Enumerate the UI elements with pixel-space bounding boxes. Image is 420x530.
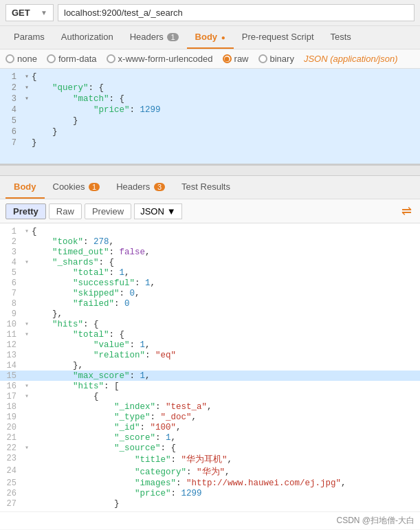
format-select[interactable]: JSON ▼ [134,203,182,219]
format-arrow-icon: ▼ [167,206,176,217]
method-label: GET [12,8,30,18]
url-input[interactable] [58,4,415,21]
tab-body[interactable]: Body ● [187,26,234,49]
radio-none-circle [5,54,14,63]
resp-tab-test-results[interactable]: Test Results [173,176,239,199]
resp-line-27: 27 } [0,498,420,509]
resp-tab-cookies[interactable]: Cookies 1 [45,176,109,199]
tab-tests[interactable]: Tests [322,26,360,49]
preview-button[interactable]: Preview [85,203,131,219]
req-line-7: 7 } [0,137,420,148]
body-options: none form-data x-www-form-urlencoded raw… [0,49,420,69]
response-editor[interactable]: 1 ▾ { 2 "took": 278, 3 "timed_out": fals… [0,223,420,511]
radio-binary[interactable]: binary [258,54,294,64]
wrap-icon[interactable]: ⇌ [398,203,415,219]
resp-line-6: 6 "successful": 1, [0,278,420,288]
radio-raw-circle [223,54,232,63]
request-editor[interactable]: 1 ▾ { 2 ▾ "query": { 3 ▾ "match": { 4 "p… [0,69,420,165]
raw-button[interactable]: Raw [49,203,82,219]
request-tabs: Params Authorization Headers 1 Body ● Pr… [0,26,420,49]
radio-none-label: none [17,54,37,64]
resp-line-7: 7 "skipped": 0, [0,288,420,298]
method-arrow-icon: ▼ [41,9,47,16]
body-dot: ● [221,34,225,41]
method-select[interactable]: GET ▼ [5,4,54,21]
resp-line-21: 21 "_score": 1, [0,432,420,443]
req-line-1: 1 ▾ { [0,71,420,82]
json-format-label[interactable]: JSON (application/json) [304,54,398,64]
resp-line-25: 25 "images": "http://www.hauwei.com/ej.j… [0,478,420,488]
req-line-6: 6 } [0,126,420,137]
resp-line-8: 8 "failed": 0 [0,298,420,309]
req-line-4: 4 "price": 1299 [0,104,420,115]
resp-line-1: 1 ▾ { [0,226,420,236]
resp-line-10: 10 ▾ "hits": { [0,319,420,329]
resp-line-23: 23 "title": "华为耳机", [0,453,420,465]
resp-line-4: 4 ▾ "_shards": { [0,257,420,267]
radio-urlencoded[interactable]: x-www-form-urlencoded [107,54,213,64]
radio-binary-label: binary [270,54,294,64]
cookies-badge: 1 [89,183,100,191]
resp-line-9: 9 }, [0,309,420,319]
resp-line-26: 26 "price": 1299 [0,488,420,498]
resp-line-12: 12 "value": 1, [0,340,420,350]
headers-badge: 1 [167,33,178,41]
radio-urlencoded-label: x-www-form-urlencoded [118,54,213,64]
url-bar: GET ▼ [0,0,420,26]
resp-line-13: 13 "relation": "eq" [0,350,420,360]
radio-raw-label: raw [234,54,249,64]
tab-headers[interactable]: Headers 1 [122,26,187,49]
resp-line-17: 17 ▾ { [0,391,420,401]
resp-tab-body[interactable]: Body [5,176,45,199]
resp-tab-headers[interactable]: Headers 3 [108,176,173,199]
radio-binary-circle [258,54,267,63]
resp-line-20: 20 "_id": "100", [0,422,420,432]
resp-line-19: 19 "_type": "_doc", [0,412,420,422]
resp-toolbar: Pretty Raw Preview JSON ▼ ⇌ [0,199,420,223]
tab-params[interactable]: Params [5,26,53,49]
resp-line-18: 18 "_index": "test_a", [0,401,420,412]
radio-none[interactable]: none [5,54,37,64]
resp-line-3: 3 "timed_out": false, [0,247,420,257]
radio-form-data[interactable]: form-data [47,54,97,64]
resp-line-16: 16 ▾ "hits": [ [0,381,420,391]
resp-line-11: 11 ▾ "total": { [0,329,420,340]
radio-form-data-label: form-data [58,54,97,64]
tab-pre-request[interactable]: Pre-request Script [234,26,322,49]
resp-line-22: 22 ▾ "_source": { [0,443,420,453]
radio-raw[interactable]: raw [223,54,249,64]
req-line-3: 3 ▾ "match": { [0,93,420,104]
req-line-5: 5 } [0,115,420,126]
format-label: JSON [140,206,164,217]
section-divider [0,165,420,176]
radio-urlencoded-circle [107,54,115,63]
tab-authorization[interactable]: Authorization [53,26,122,49]
resp-headers-badge: 3 [154,183,165,191]
resp-line-15: 15 "max_score": 1, [0,371,420,381]
radio-form-data-circle [47,54,56,63]
resp-line-5: 5 "total": 1, [0,267,420,278]
resp-line-2: 2 "took": 278, [0,236,420,247]
resp-line-14: 14 }, [0,360,420,371]
pretty-button[interactable]: Pretty [5,203,46,219]
watermark: CSDN @扫地僧-大白 [0,511,420,529]
response-tabs: Body Cookies 1 Headers 3 Test Results [0,176,420,199]
req-line-2: 2 ▾ "query": { [0,82,420,93]
resp-line-24: 24 "category": "华为", [0,465,420,478]
